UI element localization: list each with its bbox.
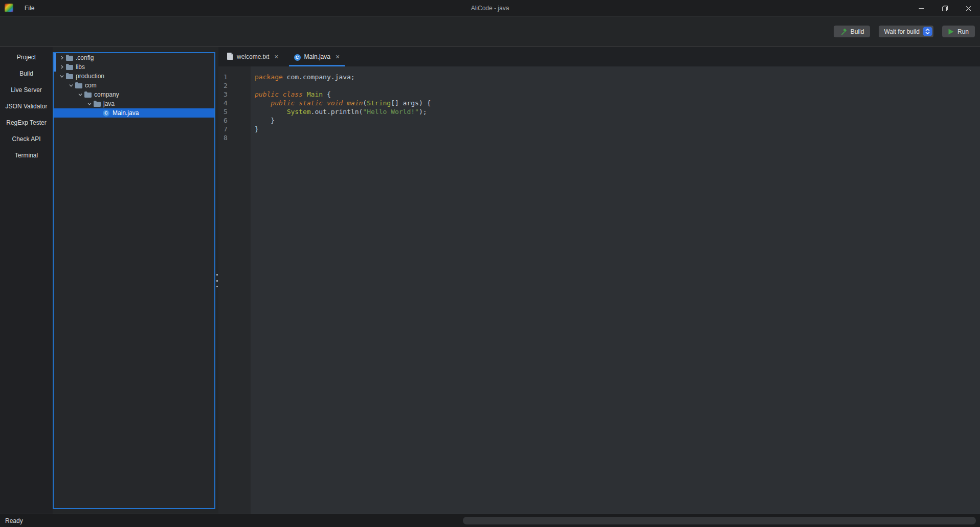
code-line: System.out.println("Hello World!"); <box>255 107 980 116</box>
tree-item-label: libs <box>76 63 85 71</box>
run-button-label: Run <box>957 28 969 35</box>
tree-item-main-java[interactable]: CMain.java <box>54 108 214 118</box>
folder-icon <box>66 55 75 61</box>
folder-icon <box>75 82 84 88</box>
hammer-icon <box>840 28 847 35</box>
tab-label: welcome.txt <box>237 53 269 60</box>
chevron-down-icon[interactable] <box>85 102 94 106</box>
folder-icon <box>84 91 93 98</box>
close-icon <box>966 6 971 11</box>
stepper-icon <box>923 27 932 36</box>
sidebar-item-json-validator[interactable]: JSON Validator <box>0 98 53 114</box>
build-button-label: Build <box>851 28 864 35</box>
java-class-icon: C <box>103 110 112 117</box>
tree-item-label: Main.java <box>113 109 139 117</box>
tree-item-label: production <box>76 73 104 80</box>
build-button[interactable]: Build <box>834 26 871 37</box>
restore-button[interactable] <box>933 0 956 16</box>
sidebar-item-build[interactable]: Build <box>0 65 53 82</box>
tab-close-button[interactable]: × <box>336 53 340 60</box>
run-button[interactable]: Run <box>942 26 975 37</box>
code-line: public class Main { <box>255 90 980 99</box>
folder-icon <box>66 64 75 70</box>
activity-sidebar: ProjectBuildLive ServerJSON ValidatorReg… <box>0 47 53 514</box>
tree-item-production[interactable]: production <box>54 72 214 81</box>
code-line: package com.company.java; <box>255 73 980 81</box>
tree-item-config[interactable]: .config <box>54 53 214 62</box>
line-number: 2 <box>224 81 251 90</box>
chevron-down-icon[interactable] <box>76 93 84 97</box>
sidebar-item-check-api[interactable]: Check API <box>0 131 53 147</box>
chevron-down-icon[interactable] <box>58 74 66 78</box>
sidebar-item-project[interactable]: Project <box>0 49 53 65</box>
code-line: public static void main(String[] args) { <box>255 99 980 107</box>
restore-icon <box>942 6 948 11</box>
wait-for-build-select[interactable]: Wait for build <box>879 26 933 37</box>
wait-for-build-label: Wait for build <box>884 28 920 35</box>
tree-item-company[interactable]: company <box>54 90 214 99</box>
editor-column: welcome.txt×CMain.java× 12345678 package… <box>218 47 980 514</box>
tree-item-java[interactable]: java <box>54 99 214 108</box>
tab-main-java[interactable]: CMain.java× <box>289 47 345 66</box>
close-button[interactable] <box>956 0 980 16</box>
title-bar: File AliCode - java <box>0 0 980 16</box>
status-bar: Ready <box>0 514 980 527</box>
grip-dot <box>216 280 218 282</box>
line-number: 1 <box>224 73 251 81</box>
minimize-button[interactable] <box>909 0 933 16</box>
editor-body: 12345678 package com.company.java;public… <box>218 66 980 514</box>
line-number-gutter: 12345678 <box>218 66 251 514</box>
java-class-icon: C <box>294 53 301 61</box>
play-icon <box>948 29 954 35</box>
line-number: 5 <box>224 107 251 116</box>
line-number: 6 <box>224 116 251 125</box>
line-number: 7 <box>224 125 251 133</box>
tree-item-label: java <box>103 100 115 107</box>
code-line <box>255 81 980 90</box>
folder-icon <box>94 101 102 107</box>
line-number: 3 <box>224 90 251 99</box>
file-icon <box>227 53 233 61</box>
file-tree-panel: .configlibsproductioncomcompanyjavaCMain… <box>53 52 215 509</box>
code-line: } <box>255 125 980 133</box>
tab-close-button[interactable]: × <box>274 53 278 60</box>
line-number: 4 <box>224 99 251 107</box>
main-area: ProjectBuildLive ServerJSON ValidatorReg… <box>0 47 980 514</box>
chevron-down-icon[interactable] <box>67 83 75 87</box>
tree-item-com[interactable]: com <box>54 81 214 90</box>
code-line <box>255 133 980 142</box>
tab-welcome-txt[interactable]: welcome.txt× <box>222 47 284 66</box>
tree-item-label: .config <box>76 54 94 61</box>
line-number: 8 <box>224 133 251 142</box>
minimize-icon <box>919 6 924 11</box>
tree-item-label: company <box>94 91 119 98</box>
code-line: } <box>255 116 980 125</box>
app-logo-icon <box>5 4 13 12</box>
tab-bar: welcome.txt×CMain.java× <box>218 47 980 66</box>
window-controls <box>909 0 980 16</box>
sidebar-item-live-server[interactable]: Live Server <box>0 82 53 98</box>
status-text: Ready <box>5 517 23 524</box>
folder-icon <box>66 73 75 79</box>
file-tree: .configlibsproductioncomcompanyjavaCMain… <box>54 53 214 118</box>
window-title: AliCode - java <box>0 5 980 12</box>
horizontal-scrollbar-thumb[interactable] <box>463 517 976 524</box>
chevron-right-icon[interactable] <box>58 56 66 60</box>
code-editor[interactable]: package com.company.java;public class Ma… <box>251 66 980 514</box>
tree-item-label: com <box>85 82 97 89</box>
sidebar-item-regexp-tester[interactable]: RegExp Tester <box>0 114 53 131</box>
grip-dot <box>216 274 218 276</box>
menu-file[interactable]: File <box>20 3 38 13</box>
toolbar: Build Wait for build Run <box>0 16 980 47</box>
sidebar-item-terminal[interactable]: Terminal <box>0 147 53 164</box>
tree-item-libs[interactable]: libs <box>54 62 214 72</box>
tab-label: Main.java <box>304 53 330 60</box>
grip-dot <box>216 286 218 287</box>
chevron-right-icon[interactable] <box>58 65 66 69</box>
